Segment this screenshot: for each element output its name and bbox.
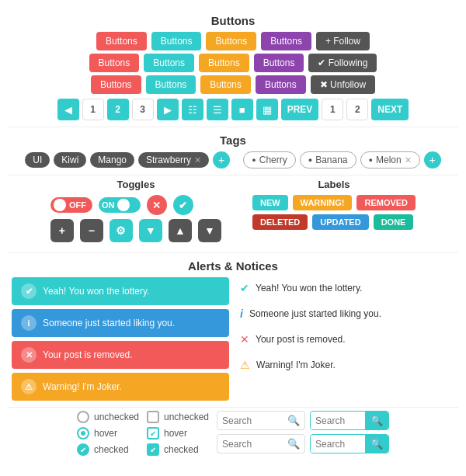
orange-button-3[interactable]: Buttons [200, 75, 251, 94]
alerts-grid: ✔ Yeah! You won the lottery. i Someone j… [8, 277, 458, 401]
follow-button[interactable]: + Follow [316, 32, 370, 50]
search-input-2[interactable] [222, 439, 284, 450]
purple-button-1[interactable]: Buttons [261, 32, 311, 50]
buttons-section: Buttons Buttons Buttons Buttons Buttons … [8, 14, 458, 120]
mid-section: Toggles OFF ON ✕ ✔ + − ⚙ ▼ ▲ ▼ Labels [8, 179, 458, 246]
search-input-teal-1[interactable] [311, 412, 365, 429]
divider-2 [8, 175, 458, 175]
alert-success-bar: ✔ Yeah! You won the lottery. [12, 277, 229, 305]
labels-row-2: DELETED UPDATED DONE [252, 214, 416, 230]
toggle-up[interactable]: ▲ [169, 219, 192, 242]
labels-title: Labels [252, 179, 416, 190]
label-done: DONE [374, 214, 414, 230]
toggle-plus[interactable]: + [50, 219, 74, 242]
tags-add-button-1[interactable]: + [213, 151, 230, 169]
search-plain-2: 🔍 [217, 434, 305, 453]
toggle-off-circle [54, 199, 66, 211]
buttons-row-1: Buttons Buttons Buttons Buttons + Follow [8, 32, 458, 50]
pag-next-arrow[interactable]: ▶ [157, 99, 179, 120]
toggles-col: Toggles OFF ON ✕ ✔ + − ⚙ ▼ ▲ ▼ [50, 179, 221, 246]
purple-button-3[interactable]: Buttons [256, 75, 306, 94]
tags-section: Tags UI Kiwi Mango Strawberry ✕ + ● Cher… [8, 134, 458, 169]
toggle-row-2: + − ⚙ ▼ ▲ ▼ [50, 219, 221, 242]
view-apps-icon[interactable]: ▦ [256, 99, 278, 120]
green-button-2[interactable]: Buttons [144, 54, 194, 72]
red-button-2[interactable]: Buttons [89, 54, 140, 72]
search-row-2: 🔍 🔍 [217, 434, 389, 453]
buttons-row-3: Buttons Buttons Buttons Buttons ✖ Unfoll… [8, 75, 458, 94]
tag-cherry: ● Cherry [243, 151, 295, 169]
green-button-1[interactable]: Buttons [151, 32, 202, 50]
square-cb-checked-icon[interactable]: ✔ [147, 443, 159, 456]
red-button-1[interactable]: Buttons [96, 32, 147, 50]
toggle-settings[interactable]: ⚙ [110, 219, 133, 242]
tag-kiwi: Kiwi [54, 152, 86, 168]
pag-num-1[interactable]: 1 [322, 99, 343, 120]
pag-num-2[interactable]: 2 [346, 99, 368, 120]
view-menu-icon[interactable]: ☰ [207, 99, 228, 120]
divider-1 [8, 127, 458, 127]
buttons-row-2: Buttons Buttons Buttons Buttons ✔ Follow… [8, 54, 458, 72]
square-cb-unchecked-icon[interactable] [147, 411, 159, 423]
round-cb-hover-icon[interactable] [77, 427, 89, 440]
label-new: NEW [252, 195, 288, 210]
pag-page-3[interactable]: 3 [132, 99, 154, 120]
search-btn-icon-1[interactable]: 🔍 [365, 412, 388, 429]
unfollow-button[interactable]: ✖ Unfollow [311, 75, 375, 94]
pag-prev-arrow[interactable]: ◀ [57, 99, 79, 120]
pag-page-1[interactable]: 1 [82, 99, 104, 120]
alerts-outline: ✔ Yeah! You won the lottery. i Someone j… [237, 277, 454, 401]
toggle-down2[interactable]: ▼ [198, 219, 221, 242]
search-row-1: 🔍 🔍 [217, 411, 389, 430]
search-plain-1: 🔍 [217, 411, 305, 430]
search-icon-1: 🔍 [287, 415, 300, 426]
prev-button[interactable]: PREV [281, 99, 319, 120]
next-button[interactable]: NEXT [371, 99, 409, 120]
tag-strawberry-remove[interactable]: ✕ [194, 155, 201, 165]
alert-info-outline-icon: i [240, 307, 243, 320]
alert-info-outline: i Someone just started liking you. [237, 303, 454, 325]
search-teal-1: 🔍 [310, 411, 389, 430]
alerts-section: Alerts & Notices ✔ Yeah! You won the lot… [8, 259, 458, 401]
round-cb-unchecked-icon[interactable] [77, 411, 89, 423]
pagination-row: ◀ 1 2 3 ▶ ☷ ☰ ■ ▦ PREV 1 2 NEXT [8, 99, 458, 120]
alert-error-bar: ✕ Your post is removed. [12, 341, 229, 369]
orange-button-1[interactable]: Buttons [206, 32, 256, 50]
red-button-3[interactable]: Buttons [91, 75, 141, 94]
round-cb-checked-icon[interactable]: ✔ [77, 443, 89, 456]
pag-page-2[interactable]: 2 [107, 99, 129, 120]
toggle-down[interactable]: ▼ [139, 219, 162, 242]
toggle-cancel[interactable]: ✕ [147, 195, 167, 215]
alert-success-outline: ✔ Yeah! You won the lottery. [237, 277, 454, 299]
tag-mango: Mango [90, 152, 134, 168]
toggle-on-circle [117, 199, 130, 211]
green-button-3[interactable]: Buttons [146, 75, 196, 94]
following-button[interactable]: ✔ Following [308, 54, 377, 72]
search-btn-icon-2[interactable]: 🔍 [365, 435, 388, 453]
orange-button-2[interactable]: Buttons [199, 54, 249, 72]
label-warning: WARNING! [293, 195, 353, 210]
alert-warning-bar: ⚠ Warning! I'm Joker. [12, 373, 229, 401]
divider-4 [8, 407, 458, 408]
toggle-off[interactable]: OFF [50, 197, 92, 213]
tag-banana: ● Banana [300, 151, 356, 169]
alert-info-bar: i Someone just started liking you. [12, 309, 229, 337]
tag-melon-remove[interactable]: ✕ [405, 155, 412, 165]
labels-row-1: NEW WARNING! REMOVED [252, 195, 416, 210]
view-grid-icon[interactable]: ■ [231, 99, 253, 120]
alert-error-outline-icon: ✕ [240, 333, 249, 346]
tags-title: Tags [8, 134, 458, 147]
square-checkbox-group: unchecked ✔ hover ✔ checked [147, 411, 209, 456]
search-input-teal-2[interactable] [311, 436, 365, 453]
view-list-icon[interactable]: ☷ [182, 99, 203, 120]
label-updated: UPDATED [312, 214, 368, 230]
toggle-on[interactable]: ON [99, 197, 141, 213]
tags-add-button-2[interactable]: + [424, 151, 441, 169]
toggle-minus[interactable]: − [80, 219, 103, 242]
square-cb-hover-icon[interactable]: ✔ [147, 427, 159, 440]
round-checkbox-group: unchecked hover ✔ checked [77, 411, 139, 456]
toggle-confirm[interactable]: ✔ [173, 195, 193, 215]
tags-row-1: UI Kiwi Mango Strawberry ✕ + ● Cherry ● … [8, 151, 458, 169]
purple-button-2[interactable]: Buttons [254, 54, 304, 72]
search-input-1[interactable] [222, 415, 284, 426]
